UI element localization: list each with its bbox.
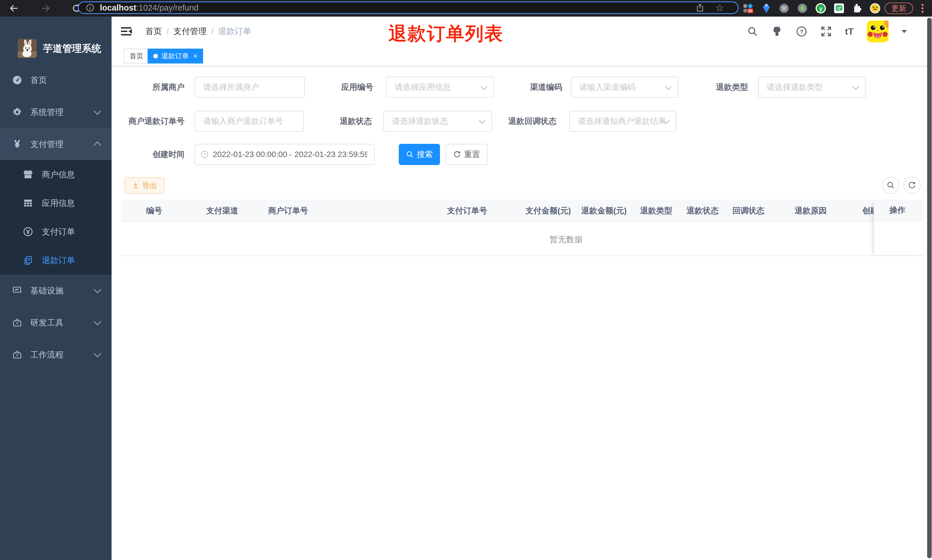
chevron-down-icon: [480, 83, 487, 90]
date-end-value: 2022-01-23 23:59:59: [294, 150, 367, 159]
chevron-down-icon: [94, 286, 101, 294]
extension-recorder-icon[interactable]: [797, 3, 808, 14]
fullscreen-icon[interactable]: [820, 26, 832, 37]
sidebar-item-label: 研发工具: [30, 306, 63, 338]
sidebar-item-system[interactable]: 系统管理: [0, 96, 112, 128]
breadcrumb-separator: /: [211, 27, 214, 36]
col-create-time: 创建时间: [862, 200, 874, 222]
extension-gem-icon[interactable]: [761, 3, 772, 14]
tag-refund-order[interactable]: 退款订单 ×: [148, 49, 203, 63]
filter-label-merchant-refund-no: 商户退款订单号: [120, 111, 185, 132]
placeholder: 请选择所属商户: [203, 82, 297, 93]
briefcase-icon: [12, 349, 22, 360]
placeholder: 请输入渠道编码: [579, 82, 663, 93]
chevron-down-icon: [94, 350, 101, 357]
refund-type-select[interactable]: 请选择退款类型: [758, 77, 866, 98]
refund-status-select[interactable]: 请选择退款状态: [383, 111, 492, 132]
toggle-search-button[interactable]: [882, 177, 900, 194]
merchant-refund-no-input[interactable]: 请输入商户退款订单号: [195, 111, 304, 132]
site-info-icon[interactable]: [86, 3, 95, 12]
chevron-down-icon: [94, 318, 101, 326]
search-button-label: 搜索: [417, 149, 433, 160]
col-id: 编号: [146, 200, 162, 222]
chevron-down-icon: [478, 117, 486, 124]
browser-forward-icon[interactable]: [40, 3, 51, 14]
placeholder: 请输入商户退款订单号: [203, 116, 296, 127]
sidebar-item-label: 工作流程: [30, 338, 63, 371]
sidebar-item-devtools[interactable]: 研发工具: [0, 306, 112, 338]
chevron-up-icon: [94, 141, 101, 149]
col-pay-amount: 支付金额(元): [526, 200, 571, 222]
tag-label: 首页: [129, 51, 143, 61]
breadcrumb-item-payment[interactable]: 支付管理: [173, 26, 206, 37]
export-button[interactable]: 导出: [125, 177, 165, 194]
sidebar-collapse-icon[interactable]: [120, 26, 133, 37]
filter-label-app: 应用编号: [309, 77, 373, 98]
share-icon[interactable]: [695, 3, 704, 12]
browser-menu-icon[interactable]: [917, 3, 928, 14]
placeholder: 请选择退款状态: [392, 116, 477, 127]
app-select[interactable]: 请选择应用信息: [386, 77, 494, 98]
extensions-puzzle-icon[interactable]: [852, 3, 863, 14]
create-time-range-picker[interactable]: 2022-01-23 00:00:00 - 2022-01-23 23:59:5…: [195, 144, 375, 165]
caret-down-icon[interactable]: [902, 30, 907, 33]
sidebar-item-merchant-info[interactable]: 商户信息: [0, 160, 112, 189]
col-action: 操作: [874, 200, 923, 221]
table-fixed-action-column: 操作: [874, 200, 923, 256]
sidebar-item-app-info[interactable]: 应用信息: [0, 189, 112, 217]
placeholder: 请选择通知商户退款结果的: [578, 116, 666, 127]
breadcrumb-item-home[interactable]: 首页: [145, 26, 162, 37]
breadcrumb-separator: /: [166, 27, 169, 36]
bookmark-star-icon[interactable]: ☆: [715, 2, 724, 14]
refresh-button[interactable]: [903, 177, 921, 194]
browser-back-icon[interactable]: [9, 3, 20, 14]
sidebar-item-infra[interactable]: 基础设施: [0, 275, 112, 306]
tag-home[interactable]: 首页: [124, 49, 149, 63]
clock-icon: [200, 150, 209, 159]
sidebar-item-workflow[interactable]: 工作流程: [0, 338, 112, 371]
shop-icon: [23, 169, 33, 180]
channel-select[interactable]: 请输入渠道编码: [571, 77, 678, 98]
sidebar-item-label: 应用信息: [42, 189, 75, 217]
export-button-label: 导出: [142, 181, 157, 191]
briefcase-icon: [12, 317, 22, 328]
extension-y-icon[interactable]: y: [815, 3, 826, 14]
browser-update-button[interactable]: 更新: [884, 3, 913, 14]
sidebar-item-refund-order[interactable]: 退款订单: [0, 246, 112, 275]
url-host: localhost: [100, 3, 136, 12]
search-icon[interactable]: [747, 26, 758, 37]
chevron-down-icon: [665, 83, 672, 90]
callback-status-select[interactable]: 请选择通知商户退款结果的: [569, 111, 676, 132]
svg-text:?: ?: [800, 29, 803, 35]
extension-chat-icon[interactable]: [834, 3, 844, 14]
help-icon[interactable]: ?: [796, 26, 807, 37]
profile-avatar-icon[interactable]: [870, 3, 881, 14]
yen-icon: ¥: [12, 139, 22, 149]
annotation-title: 退款订单列表: [389, 21, 503, 46]
extension-grid-icon[interactable]: 10: [743, 3, 754, 14]
sidebar-item-pay-order[interactable]: 支付订单: [0, 217, 112, 246]
refund-table: 编号 支付渠道 商户订单号 支付订单号 支付金额(元) 退款金额(元) 退款类型…: [121, 200, 923, 257]
user-avatar[interactable]: [867, 21, 889, 42]
reset-button[interactable]: 重置: [446, 144, 488, 165]
url-bar[interactable]: localhost :1024/pay/refund ☆: [78, 2, 739, 14]
grid-icon: [23, 198, 33, 208]
merchant-select[interactable]: 请选择所属商户: [195, 77, 305, 98]
font-size-icon[interactable]: tT: [845, 26, 854, 37]
extension-command-icon[interactable]: ⌘: [779, 3, 789, 14]
search-button[interactable]: 搜索: [399, 144, 440, 165]
sidebar-item-home[interactable]: 首页: [0, 64, 112, 96]
github-icon[interactable]: [771, 26, 783, 37]
gear-icon: [12, 107, 22, 117]
sidebar-item-label: 基础设施: [30, 275, 63, 306]
tags-view-bar: 首页 退款订单 ×: [112, 46, 932, 66]
close-icon[interactable]: ×: [193, 52, 197, 60]
scrollbar[interactable]: [927, 18, 932, 558]
sidebar-item-payment[interactable]: ¥ 支付管理: [0, 128, 112, 160]
filter-label-callback-status: 退款回调状态: [492, 111, 557, 132]
sidebar-item-label: 退款订单: [42, 246, 75, 275]
sidebar-item-label: 首页: [30, 64, 47, 96]
url-path: :1024/pay/refund: [136, 3, 198, 12]
app-logo[interactable]: [18, 39, 37, 58]
col-channel: 支付渠道: [206, 200, 238, 222]
